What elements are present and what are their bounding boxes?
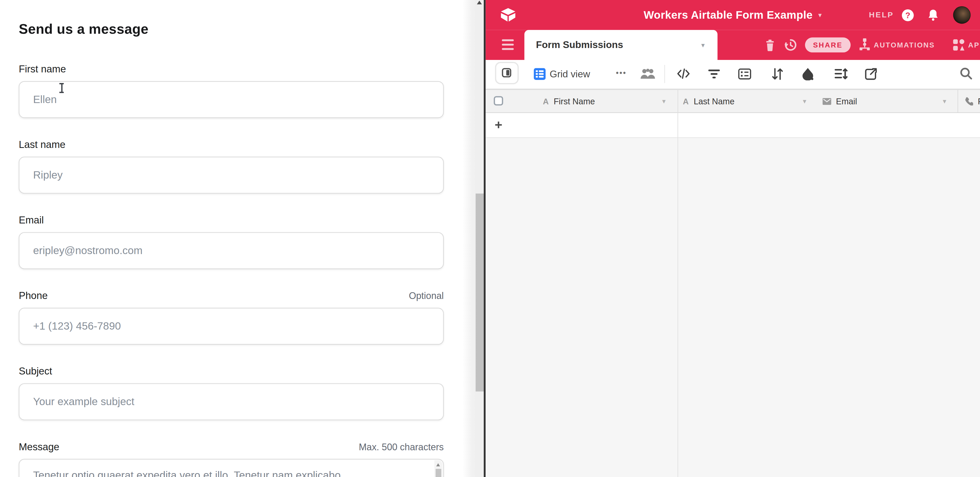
view-toolbar: Grid view •••: [485, 60, 980, 89]
email-label: Email: [19, 215, 44, 226]
history-icon[interactable]: [784, 39, 797, 51]
table-tab-form-submissions[interactable]: Form Submissions ▾: [524, 30, 717, 60]
phone-field-icon: [964, 97, 973, 106]
group-button[interactable]: [737, 66, 752, 82]
scroll-up-arrow-icon[interactable]: [436, 463, 440, 466]
apps-button[interactable]: APPS: [968, 30, 980, 60]
view-options-ellipsis-icon[interactable]: •••: [616, 60, 627, 87]
sidebar-menu-icon[interactable]: [502, 40, 514, 50]
message-hint: Max. 500 characters: [359, 441, 444, 452]
sort-button[interactable]: [769, 66, 785, 82]
subject-input[interactable]: [19, 384, 444, 420]
column-caret-icon[interactable]: ▾: [662, 98, 665, 105]
column-caret-icon[interactable]: ▾: [943, 98, 946, 105]
first-name-label: First name: [19, 63, 66, 75]
grid-column-headers: A First Name ▾ A Last Name ▾ Email ▾: [485, 89, 980, 113]
window-divider: [484, 0, 485, 477]
text-field-icon: A: [543, 97, 549, 106]
base-title: Workers Airtable Form Example: [644, 8, 813, 22]
field-message: Message Max. 500 characters: [19, 441, 444, 477]
help-question-icon[interactable]: ?: [902, 9, 914, 21]
grid-empty-area: [485, 138, 980, 477]
message-textarea[interactable]: [19, 459, 444, 477]
text-field-icon: A: [683, 97, 689, 106]
subject-label: Subject: [19, 366, 52, 377]
message-label: Message: [19, 441, 59, 453]
base-title-menu[interactable]: Workers Airtable Form Example ▾: [644, 0, 822, 30]
column-header-last-name[interactable]: A Last Name: [683, 90, 802, 113]
color-button[interactable]: [800, 66, 815, 82]
automations-icon[interactable]: [858, 38, 871, 51]
primary-column-divider: [677, 89, 678, 477]
trash-icon[interactable]: [764, 39, 776, 51]
field-subject: Subject: [19, 366, 444, 420]
airtable-top-bar: Workers Airtable Form Example ▾ HELP ?: [485, 0, 980, 30]
hide-fields-button[interactable]: [675, 66, 691, 82]
airtable-logo-icon[interactable]: [500, 7, 516, 23]
column-header-first-name[interactable]: A First Name: [543, 90, 675, 113]
phone-input[interactable]: [19, 308, 444, 345]
column-caret-icon[interactable]: ▾: [803, 98, 806, 105]
automations-button[interactable]: AUTOMATIONS: [874, 30, 935, 60]
help-button[interactable]: HELP: [869, 11, 894, 19]
page-scroll-up-arrow-icon[interactable]: [477, 0, 482, 4]
text-cursor-icon: [59, 83, 64, 93]
add-record-plus-icon[interactable]: +: [495, 113, 503, 136]
search-icon[interactable]: [958, 66, 974, 81]
view-sidebar-toggle-button[interactable]: [495, 62, 518, 84]
table-tab-label: Form Submissions: [536, 30, 623, 60]
airtable-window: Workers Airtable Form Example ▾ HELP ? F…: [485, 0, 980, 477]
column-header-phone[interactable]: Phone: [964, 90, 980, 113]
view-name-button[interactable]: Grid view: [550, 60, 590, 88]
table-tabs-bar: Form Submissions ▾ SHARE: [485, 30, 980, 60]
base-title-caret-icon: ▾: [818, 12, 822, 18]
screen: Send us a message First name Last name: [0, 0, 980, 477]
email-field-icon: [822, 98, 831, 105]
share-button[interactable]: SHARE: [805, 37, 851, 52]
phone-hint: Optional: [409, 290, 444, 301]
contact-form-pane: Send us a message First name Last name: [0, 0, 463, 477]
last-name-input[interactable]: [19, 157, 444, 193]
add-record-row[interactable]: +: [485, 113, 980, 138]
user-avatar[interactable]: [953, 6, 970, 24]
column-header-email[interactable]: Email: [822, 90, 941, 113]
collaborators-icon[interactable]: [640, 68, 655, 79]
email-input[interactable]: [19, 232, 444, 269]
phone-label: Phone: [19, 290, 48, 301]
field-first-name: First name: [19, 63, 444, 118]
share-view-button[interactable]: [863, 66, 878, 82]
grid-view-icon: [533, 68, 545, 80]
table-tab-caret-icon[interactable]: ▾: [701, 42, 705, 49]
notifications-bell-icon[interactable]: [928, 9, 939, 21]
textarea-scrollbar-thumb[interactable]: [436, 469, 441, 477]
field-email: Email: [19, 215, 444, 269]
first-name-input[interactable]: [19, 81, 444, 118]
sidebar-panel-icon: [502, 68, 511, 77]
field-last-name: Last name: [19, 139, 444, 193]
select-all-checkbox[interactable]: [493, 96, 503, 105]
textarea-scrollbar[interactable]: [434, 460, 442, 477]
filter-button[interactable]: [706, 66, 722, 82]
last-name-label: Last name: [19, 139, 65, 150]
page-scrollbar-thumb[interactable]: [475, 193, 483, 391]
field-phone: Phone Optional: [19, 290, 444, 345]
apps-icon[interactable]: [953, 39, 965, 51]
toolbar-divider: [664, 65, 665, 83]
row-height-button[interactable]: [833, 66, 848, 82]
form-heading: Send us a message: [19, 21, 444, 38]
